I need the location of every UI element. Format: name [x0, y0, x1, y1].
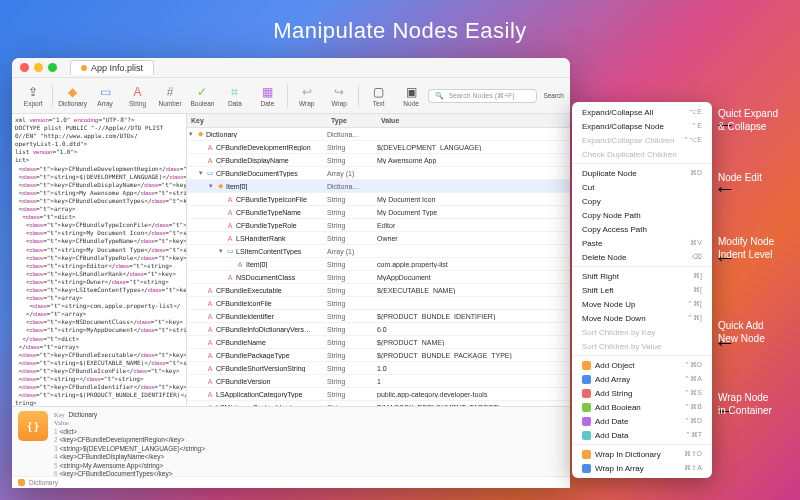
- toolbar-number-button[interactable]: #Number: [155, 84, 185, 107]
- hero-title: Manipulate Nodes Easily: [0, 18, 800, 44]
- preview-xml: 1 <dict>2 <key>CFBundleDevelopmentRegion…: [54, 428, 564, 479]
- menu-item[interactable]: Expand/Collapse All⌥E: [572, 105, 712, 119]
- str-icon: A: [206, 312, 214, 320]
- tree-row[interactable]: ACFBundleDisplayNameStringMy Awensome Ap…: [187, 154, 570, 167]
- toolbar-text-button[interactable]: ▢Text: [363, 84, 393, 107]
- menu-item[interactable]: Shift Right⌘]: [572, 269, 712, 283]
- toolbar-string-button[interactable]: AString: [122, 84, 152, 107]
- menu-item[interactable]: Expand/Collapse Node⌃E: [572, 119, 712, 133]
- callout-text: Node Edit: [718, 172, 762, 185]
- callout-text: Wrap Node in Container: [718, 392, 772, 417]
- menu-item[interactable]: Move Node Up⌃⌘[: [572, 297, 712, 311]
- titlebar: App Info.plist: [12, 58, 570, 78]
- tree-row[interactable]: ACFBundlePackageTypeString$(PRODUCT_BUND…: [187, 349, 570, 362]
- preview-key: Dictionary: [68, 411, 97, 418]
- tree-row[interactable]: ▾◆Item[0]Dictiona…: [187, 180, 570, 193]
- preview-key-label: Key: [54, 411, 65, 418]
- file-icon: [81, 65, 87, 71]
- close-icon[interactable]: [20, 63, 29, 72]
- tree-row[interactable]: ALSHandlerRankStringOwner: [187, 232, 570, 245]
- menu-item[interactable]: Add Data⌃⌘T: [572, 428, 712, 442]
- menu-item[interactable]: Add Date⌃⌘D: [572, 414, 712, 428]
- tree-row[interactable]: ACFBundleTypeRoleStringEditor: [187, 219, 570, 232]
- menu-item[interactable]: Cut: [572, 180, 712, 194]
- str-icon: A: [206, 403, 214, 406]
- menu-item: Sort Children by Key: [572, 325, 712, 339]
- menu-item[interactable]: Duplicate Node⌘D: [572, 166, 712, 180]
- tree-row[interactable]: ACFBundleExecutableString$(EXECUTABLE_NA…: [187, 284, 570, 297]
- str-icon: A: [206, 338, 214, 346]
- callout-text: Quick Add New Node: [718, 320, 765, 345]
- tree-row[interactable]: ALSMinimumSystemVersionString$(MACOSX_DE…: [187, 401, 570, 406]
- tree-body[interactable]: ▾◆DictionaryDictiona…ACFBundleDevelopmen…: [187, 128, 570, 406]
- tree-row[interactable]: ACFBundleTypeNameStringMy Document Type: [187, 206, 570, 219]
- str-icon: A: [206, 377, 214, 385]
- app-window: App Info.plist ⇪Export◆Dictionary▭ArrayA…: [12, 58, 570, 488]
- tree-row[interactable]: ACFBundleDevelopmentRegionString$(DEVELO…: [187, 141, 570, 154]
- str-icon: A: [226, 273, 234, 281]
- menu-item: Expand/Collapse Children⌃⌥E: [572, 133, 712, 147]
- search-label: Search: [543, 92, 564, 99]
- toolbar-dictionary-button[interactable]: ◆Dictionary: [57, 84, 87, 107]
- xml-source-pane[interactable]: xml version="1.0" encoding="UTF-8"?> DOC…: [12, 114, 187, 406]
- menu-item[interactable]: Wrap In Array⌘⇧A: [572, 461, 712, 475]
- tree-row[interactable]: AItem[0]Stringcom.apple.property-list: [187, 258, 570, 271]
- str-icon: A: [206, 364, 214, 372]
- menu-item[interactable]: Add Object⌃⌘O: [572, 358, 712, 372]
- preview-footer-label: Dictionary: [29, 479, 58, 486]
- tree-row[interactable]: ACFBundleNameString$(PRODUCT_NAME): [187, 336, 570, 349]
- search-input[interactable]: 🔍Search Nodes (⌘+F): [428, 89, 537, 103]
- tree-header-value[interactable]: Value: [377, 114, 570, 127]
- menu-item[interactable]: Move Node Down⌃⌘]: [572, 311, 712, 325]
- menu-item[interactable]: Wrap In Dictionary⌘⇧O: [572, 447, 712, 461]
- toolbar-wrap-button[interactable]: ↩︎Wrap: [292, 84, 322, 107]
- context-menu[interactable]: Expand/Collapse All⌥EExpand/Collapse Nod…: [572, 102, 712, 478]
- tree-row[interactable]: ▾▭LSItemContentTypesArray (1): [187, 245, 570, 258]
- str-icon: A: [206, 156, 214, 164]
- tree-header-type[interactable]: Type: [327, 114, 377, 127]
- str-icon: A: [206, 286, 214, 294]
- str-icon: A: [226, 208, 234, 216]
- toolbar-boolean-button[interactable]: ✓Boolean: [187, 84, 217, 107]
- tree-row[interactable]: ▾◆DictionaryDictiona…: [187, 128, 570, 141]
- menu-item[interactable]: Add String⌃⌘S: [572, 386, 712, 400]
- tree-header: Key Type Value: [187, 114, 570, 128]
- menu-item[interactable]: Shift Left⌘[: [572, 283, 712, 297]
- menu-item[interactable]: Delete Node⌫: [572, 250, 712, 264]
- tree-row[interactable]: ▾▭CFBundleDocumentTypesArray (1): [187, 167, 570, 180]
- menu-item[interactable]: Copy Access Path: [572, 222, 712, 236]
- toolbar-date-button[interactable]: ▦Date: [252, 84, 282, 107]
- toolbar-export-button[interactable]: ⇪Export: [18, 84, 48, 107]
- callout-text: Modify Node Indent Level: [718, 236, 774, 261]
- toolbar-data-button[interactable]: ⌗Data: [220, 84, 250, 107]
- menu-item[interactable]: Add Array⌃⌘A: [572, 372, 712, 386]
- menu-item[interactable]: Paste⌘V: [572, 236, 712, 250]
- str-icon: A: [226, 234, 234, 242]
- tree-header-key[interactable]: Key: [187, 114, 327, 127]
- menu-item[interactable]: Add Boolean⌃⌘B: [572, 400, 712, 414]
- menu-item[interactable]: Copy: [572, 194, 712, 208]
- document-tab[interactable]: App Info.plist: [70, 60, 154, 75]
- toolbar-node-button[interactable]: ▣Node: [396, 84, 426, 107]
- menu-item[interactable]: Copy Node Path: [572, 208, 712, 222]
- tree-row[interactable]: ACFBundleShortVersionStringString1.0: [187, 362, 570, 375]
- callout-text: Quict Expand & Collapse: [718, 108, 778, 133]
- tree-row[interactable]: ANSDocumentClassStringMyAppDocument: [187, 271, 570, 284]
- str-icon: A: [206, 325, 214, 333]
- minimize-icon[interactable]: [34, 63, 43, 72]
- str-icon: A: [206, 390, 214, 398]
- tree-pane: Key Type Value ▾◆DictionaryDictiona…ACFB…: [187, 114, 570, 406]
- tree-row[interactable]: ACFBundleVersionString1: [187, 375, 570, 388]
- tree-row[interactable]: ACFBundleInfoDictionaryVers…String6.0: [187, 323, 570, 336]
- str-icon: A: [206, 351, 214, 359]
- tree-row[interactable]: ACFBundleIdentifierString$(PRODUCT_BUNDL…: [187, 310, 570, 323]
- tree-row[interactable]: ALSApplicationCategoryTypeStringpublic.a…: [187, 388, 570, 401]
- tree-row[interactable]: ACFBundleIconFileString: [187, 297, 570, 310]
- toolbar-array-button[interactable]: ▭Array: [90, 84, 120, 107]
- toolbar: ⇪Export◆Dictionary▭ArrayAString#Number✓B…: [12, 78, 570, 114]
- toolbar-wrap-button[interactable]: ↪︎Wrap: [324, 84, 354, 107]
- search-icon: 🔍: [435, 92, 444, 100]
- tree-row[interactable]: ACFBundleTypeIconFileStringMy Document I…: [187, 193, 570, 206]
- zoom-icon[interactable]: [48, 63, 57, 72]
- arr-icon: ▭: [206, 169, 214, 177]
